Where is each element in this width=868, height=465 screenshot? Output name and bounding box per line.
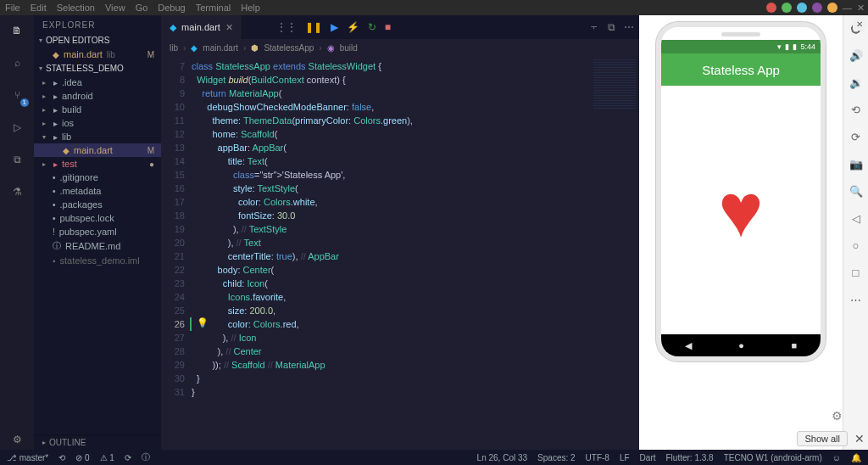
tray-dot[interactable] — [812, 3, 822, 13]
feedback-icon[interactable]: ☺ — [832, 453, 841, 462]
open-editor-folder: lib — [107, 50, 115, 59]
branch-indicator[interactable]: ⎇ master* — [7, 453, 48, 462]
split-editor-icon[interactable]: ⧉ — [608, 21, 615, 33]
crumb-file[interactable]: main.dart — [203, 43, 238, 53]
extensions-icon[interactable]: ⧉ — [7, 149, 27, 170]
menu-debug[interactable]: Debug — [158, 3, 185, 13]
settings-gear-icon[interactable]: ⚙ — [7, 429, 27, 450]
folder-icon: ▸ — [53, 78, 58, 87]
project-header[interactable]: STATELESS_DEMO — [34, 61, 161, 76]
menu-edit[interactable]: Edit — [31, 3, 47, 13]
tree-item--metadata[interactable]: •.metadata — [34, 184, 161, 198]
close-icon[interactable]: ✕ — [225, 22, 233, 33]
zoom-icon[interactable]: 🔍 — [849, 183, 864, 199]
menu-view[interactable]: View — [105, 3, 125, 13]
tray-close-icon[interactable]: ✕ — [857, 3, 865, 14]
show-all-button[interactable]: Show all — [797, 431, 848, 446]
menu-file[interactable]: File — [5, 3, 20, 13]
tray-dot[interactable] — [766, 3, 776, 13]
tree-item-pubspec-lock[interactable]: •pubspec.lock — [34, 211, 161, 225]
back-button-icon[interactable]: ◁ — [849, 210, 864, 226]
tree-item-test[interactable]: ▸▸test● — [34, 157, 161, 171]
tree-item-label: .idea — [62, 77, 82, 87]
outline-header[interactable]: OUTLINE — [34, 434, 161, 450]
folder-icon: ▸ — [53, 105, 58, 115]
tree-item-README-md[interactable]: ⓘREADME.md — [34, 238, 161, 254]
cursor-position[interactable]: Ln 26, Col 33 — [477, 453, 528, 462]
tree-item--packages[interactable]: •.packages — [34, 198, 161, 211]
volume-down-icon[interactable]: 🔉 — [849, 75, 864, 90]
open-editors-header[interactable]: OPEN EDITORS — [34, 33, 161, 48]
restart-icon[interactable]: ↻ — [368, 21, 376, 33]
encoding[interactable]: UTF-8 — [586, 453, 609, 462]
emulator-close-icon[interactable]: ✕ — [853, 17, 866, 31]
menu-help[interactable]: Help — [241, 3, 260, 13]
tree-item-main-dart[interactable]: ◆main.dartM — [34, 143, 161, 157]
continue-icon[interactable]: ▶ — [331, 21, 338, 33]
errors-indicator[interactable]: ⊘ 0 — [75, 453, 89, 462]
hot-reload-icon[interactable]: ⚡ — [347, 21, 359, 33]
open-editor-main-dart[interactable]: ◆ main.dart lib M — [34, 48, 161, 61]
pause-icon[interactable]: ❚❚ — [305, 21, 322, 33]
breadcrumb[interactable]: lib› ◆main.dart› ⬢StatelessApp› ◉build — [161, 39, 639, 56]
warnings-indicator[interactable]: ⚠ 1 — [100, 453, 114, 462]
menu-go[interactable]: Go — [136, 3, 148, 13]
minimap[interactable] — [588, 56, 639, 450]
explorer-icon[interactable]: 🗎 — [7, 20, 27, 41]
rotate-right-icon[interactable]: ⟳ — [849, 129, 864, 144]
tab-main-dart[interactable]: ◆ main.dart ✕ — [161, 15, 242, 39]
tree-item-android[interactable]: ▸▸android — [34, 89, 161, 103]
tray-minimize-icon[interactable]: — — [843, 3, 852, 13]
flutter-version[interactable]: Flutter: 1.3.8 — [666, 453, 714, 462]
tree-item-pubspec-yaml[interactable]: !pubspec.yaml — [34, 225, 161, 238]
tree-item-ios[interactable]: ▸▸ios — [34, 116, 161, 130]
back-icon[interactable]: ◀ — [685, 340, 692, 351]
os-tray: — ✕ — [763, 0, 868, 15]
eol[interactable]: LF — [620, 453, 630, 462]
tray-dot[interactable] — [797, 3, 807, 13]
emulator-settings-icon[interactable]: ⚙ — [832, 409, 843, 423]
home-icon[interactable]: ● — [738, 340, 744, 350]
stop-icon[interactable]: ■ — [385, 21, 391, 33]
menu-selection[interactable]: Selection — [57, 3, 95, 13]
lightbulb-icon[interactable]: 💡 — [197, 317, 209, 328]
search-icon[interactable]: ⌕ — [7, 53, 27, 73]
overview-button-icon[interactable]: □ — [849, 265, 864, 280]
more-options-icon[interactable]: ⋯ — [849, 292, 864, 307]
dismiss-icon[interactable]: ✕ — [854, 432, 865, 445]
tree-item-label: .packages — [60, 199, 103, 210]
tree-item-build[interactable]: ▸▸build — [34, 103, 161, 116]
tree-item--gitignore[interactable]: •.gitignore — [34, 171, 161, 184]
tray-dot[interactable] — [782, 3, 792, 13]
screenshot-icon[interactable]: 📷 — [849, 156, 864, 171]
crumb-method[interactable]: build — [340, 43, 358, 53]
crumb-folder[interactable]: lib — [170, 43, 178, 53]
code-content[interactable]: class StatelessApp extends StatelessWidg… — [192, 56, 588, 450]
device-selector[interactable]: TECNO W1 (android-arm) — [724, 453, 822, 462]
analyzer-icon[interactable]: ⟳ — [125, 453, 131, 462]
language-mode[interactable]: Dart — [640, 453, 656, 462]
code-editor[interactable]: 7891011121314151617181920212223242526272… — [161, 56, 639, 450]
home-button-icon[interactable]: ○ — [849, 238, 864, 253]
compare-icon[interactable]: ⫟ — [589, 21, 599, 33]
rotate-left-icon[interactable]: ⟲ — [849, 102, 864, 117]
notifications-icon[interactable]: 🔔 — [851, 453, 861, 462]
tree-item-lib[interactable]: ▾▸lib — [34, 130, 161, 143]
debug-icon[interactable]: ▷ — [7, 117, 27, 137]
test-icon[interactable]: ⚗ — [7, 182, 27, 202]
tree-item--idea[interactable]: ▸▸.idea — [34, 76, 161, 89]
scm-badge: 1 — [20, 98, 29, 107]
indentation[interactable]: Spaces: 2 — [537, 453, 575, 462]
tray-dot[interactable] — [827, 3, 837, 13]
android-navbar: ◀ ● ■ — [661, 334, 821, 356]
recents-icon[interactable]: ■ — [792, 340, 798, 350]
info-icon[interactable]: ⓘ — [142, 451, 150, 463]
sync-icon[interactable]: ⟲ — [58, 453, 65, 462]
tree-item-stateless_demo-iml[interactable]: ▪stateless_demo.iml — [34, 254, 161, 267]
menu-terminal[interactable]: Terminal — [196, 3, 231, 13]
more-icon[interactable]: ⋯ — [624, 21, 634, 33]
source-control-icon[interactable]: ⑂1 — [7, 85, 27, 105]
crumb-class[interactable]: StatelessApp — [264, 43, 314, 53]
drag-handle-icon[interactable]: ⋮⋮ — [276, 21, 297, 33]
volume-up-icon[interactable]: 🔊 — [849, 48, 864, 63]
